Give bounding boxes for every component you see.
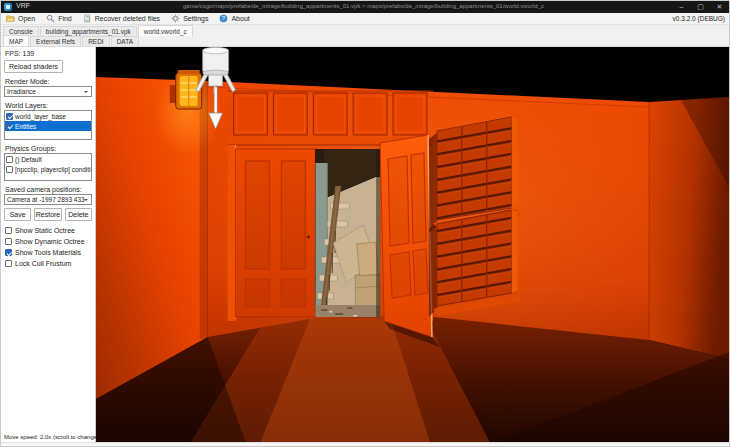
option-show-tools-materials[interactable]: Show Tools Materials bbox=[5, 249, 92, 256]
about-icon: ? bbox=[219, 14, 228, 23]
close-button[interactable]: ✕ bbox=[710, 1, 729, 13]
physics-group-item-default[interactable]: () Default bbox=[5, 154, 91, 164]
recover-deleted-files-button[interactable]: Recover deleted files bbox=[83, 14, 160, 23]
about-label: About bbox=[231, 15, 249, 22]
option-show-dynamic-octree[interactable]: Show Dynamic Octree bbox=[5, 238, 92, 245]
mailboxes bbox=[429, 117, 522, 317]
checkbox-physics-default[interactable] bbox=[6, 156, 13, 163]
option-lock-cull-frustum[interactable]: Lock Cull Frustum bbox=[5, 260, 92, 267]
restore-camera-button[interactable]: Restore bbox=[34, 208, 61, 221]
about-button[interactable]: ? About bbox=[219, 14, 249, 23]
checkbox-world-layer-base[interactable] bbox=[6, 113, 13, 120]
checkbox-lock-cull-frustum[interactable] bbox=[5, 260, 12, 267]
tab-data[interactable]: DATA bbox=[111, 36, 139, 46]
camera-position-dropdown[interactable]: Camera at -1997 2893 433 bbox=[4, 194, 92, 205]
version-label: v0.3.2.0 (DEBUG) bbox=[673, 15, 725, 22]
save-camera-button[interactable]: Save bbox=[4, 208, 31, 221]
fps-counter: FPS: 139 bbox=[5, 50, 92, 57]
app-title: VRF bbox=[16, 2, 30, 9]
find-button[interactable]: Find bbox=[46, 14, 72, 23]
resource-tab-strip: MAP External Refs REDI DATA bbox=[1, 36, 729, 47]
viewport-3d[interactable] bbox=[96, 47, 729, 442]
checkbox-physics-clip[interactable] bbox=[6, 166, 13, 173]
render-mode-label: Render Mode: bbox=[5, 78, 92, 85]
sidebar: FPS: 139 Reload shaders Render Mode: Irr… bbox=[1, 47, 96, 442]
recover-deleted-files-label: Recover deleted files bbox=[95, 15, 160, 22]
minimize-button[interactable]: – bbox=[672, 1, 691, 13]
show-static-octree-label: Show Static Octree bbox=[15, 227, 75, 234]
settings-label: Settings bbox=[183, 15, 208, 22]
physics-groups-label: Physics Groups: bbox=[5, 145, 92, 152]
checkbox-show-dynamic-octree[interactable] bbox=[5, 238, 12, 245]
show-tools-materials-label: Show Tools Materials bbox=[15, 249, 81, 256]
render-mode-dropdown[interactable]: Irradiance bbox=[4, 86, 92, 97]
physics-clip-label: [npcclip, playerclip] conditionally sol bbox=[15, 166, 91, 173]
checkbox-show-tools-materials[interactable] bbox=[5, 249, 12, 256]
find-label: Find bbox=[58, 15, 72, 22]
maximize-button[interactable]: ▢ bbox=[691, 1, 710, 13]
world-layer-item-entities[interactable]: Entities bbox=[5, 121, 91, 131]
world-layer-item-base[interactable]: world_layer_base bbox=[5, 111, 91, 121]
titlebar-resource-path: game/csgo/maps/prefabs/de_mirage/buildin… bbox=[183, 3, 638, 9]
tab-external-refs[interactable]: External Refs bbox=[30, 36, 81, 46]
physics-default-label: () Default bbox=[15, 156, 42, 163]
camera-button-row: Save Restore Delete bbox=[4, 208, 92, 221]
move-speed-status: Move speed: 2.0x (scroll to change) bbox=[4, 434, 99, 440]
world-layers-label: World Layers: bbox=[5, 102, 92, 109]
open-button[interactable]: Open bbox=[6, 14, 35, 23]
folder-open-icon bbox=[6, 14, 15, 23]
svg-text:?: ? bbox=[222, 15, 225, 21]
right-wall bbox=[649, 97, 729, 359]
reload-shaders-button[interactable]: Reload shaders bbox=[4, 60, 63, 73]
option-show-static-octree[interactable]: Show Static Octree bbox=[5, 227, 92, 234]
physics-group-item-clip[interactable]: [npcclip, playerclip] conditionally sol bbox=[5, 164, 91, 174]
tab-map[interactable]: MAP bbox=[3, 35, 29, 46]
world-layer-base-label: world_layer_base bbox=[15, 113, 66, 120]
search-icon bbox=[46, 14, 55, 23]
tab-redi[interactable]: REDI bbox=[82, 36, 110, 46]
show-dynamic-octree-label: Show Dynamic Octree bbox=[15, 238, 85, 245]
settings-button[interactable]: Settings bbox=[171, 14, 208, 23]
app-logo-icon bbox=[4, 3, 12, 11]
world-layers-listbox: world_layer_base Entities bbox=[4, 110, 92, 140]
vrf-window: VRF game/csgo/maps/prefabs/de_mirage/bui… bbox=[0, 0, 730, 447]
checkbox-show-static-octree[interactable] bbox=[5, 227, 12, 234]
entities-label: Entities bbox=[15, 123, 36, 130]
toolbar: Open Find Recover deleted files Settings… bbox=[1, 13, 729, 25]
door-left-closed bbox=[236, 149, 316, 317]
titlebar: VRF game/csgo/maps/prefabs/de_mirage/bui… bbox=[1, 1, 729, 13]
doorway-interior bbox=[315, 149, 380, 319]
tab-world-vworld[interactable]: world.vworld_c bbox=[138, 25, 193, 36]
delete-camera-button[interactable]: Delete bbox=[65, 208, 92, 221]
recover-files-icon bbox=[83, 14, 92, 23]
window-controls: – ▢ ✕ bbox=[672, 1, 729, 13]
saved-camera-positions-label: Saved camera positions: bbox=[5, 186, 92, 193]
file-tab-strip: Console building_appartments_01.vpk worl… bbox=[1, 25, 729, 36]
open-label: Open bbox=[18, 15, 35, 22]
tab-vpk-package[interactable]: building_appartments_01.vpk bbox=[40, 26, 137, 36]
lock-cull-frustum-label: Lock Cull Frustum bbox=[15, 260, 71, 267]
checkbox-entities[interactable] bbox=[6, 123, 13, 130]
scene-render bbox=[96, 47, 729, 442]
bottom-strip bbox=[1, 442, 729, 447]
physics-groups-listbox: () Default [npcclip, playerclip] conditi… bbox=[4, 153, 92, 181]
gear-icon bbox=[171, 14, 180, 23]
